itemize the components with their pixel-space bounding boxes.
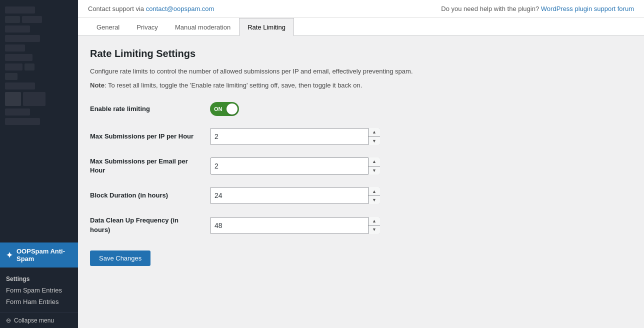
page-note: Note: To reset all limits, toggle the 'E…: [90, 80, 632, 90]
sidebar: ✦ OOPSpam Anti-Spam Settings Form Spam E…: [0, 0, 78, 328]
note-prefix: Note: [90, 82, 104, 89]
max-submissions-ip-input-wrapper: ▲ ▼: [210, 128, 380, 145]
help-info: Do you need help with the plugin? WordPr…: [441, 5, 634, 12]
enable-rate-limiting-row: Enable rate limiting ON: [90, 102, 632, 116]
max-submissions-email-input[interactable]: [210, 158, 380, 174]
max-submissions-ip-spinner: ▲ ▼: [368, 128, 380, 145]
max-submissions-ip-row: Max Submissions per IP per Hour ▲ ▼: [90, 128, 632, 145]
save-button[interactable]: Save Changes: [90, 250, 150, 266]
block-duration-input[interactable]: [210, 187, 380, 204]
data-cleanup-row: Data Clean Up Frequency (in hours) ▲ ▼: [90, 216, 632, 234]
note-text: : To reset all limits, toggle the 'Enabl…: [104, 82, 362, 89]
contact-info: Contact support via contact@oopspam.com: [88, 5, 214, 12]
help-link[interactable]: WordPress plugin support forum: [541, 5, 634, 12]
collapse-icon: ⊖: [6, 317, 11, 324]
max-submissions-email-row: Max Submissions per Email per Hour ▲ ▼: [90, 157, 632, 175]
max-submissions-ip-label: Max Submissions per IP per Hour: [90, 132, 200, 141]
max-submissions-ip-decrement[interactable]: ▼: [368, 137, 380, 146]
block-duration-label: Block Duration (in hours): [90, 191, 200, 200]
block-duration-decrement[interactable]: ▼: [368, 196, 380, 204]
main-content: Contact support via contact@oopspam.com …: [78, 0, 644, 328]
collapse-menu[interactable]: ⊖ Collapse menu: [0, 312, 78, 328]
plugin-header[interactable]: ✦ OOPSpam Anti-Spam: [0, 242, 78, 268]
toggle-knob: [226, 104, 238, 114]
sidebar-item-form-spam-entries[interactable]: Form Spam Entries: [0, 284, 78, 296]
data-cleanup-label: Data Clean Up Frequency (in hours): [90, 216, 200, 234]
data-cleanup-input-wrapper: ▲ ▼: [210, 217, 380, 234]
topbar: Contact support via contact@oopspam.com …: [78, 0, 644, 18]
tab-privacy[interactable]: Privacy: [128, 18, 166, 36]
contact-text: Contact support via: [88, 5, 146, 12]
enable-rate-limiting-toggle[interactable]: ON: [210, 102, 239, 116]
block-duration-input-wrapper: ▲ ▼: [210, 187, 380, 204]
help-text: Do you need help with the plugin?: [441, 5, 539, 12]
max-submissions-ip-input[interactable]: [210, 128, 380, 145]
tab-general[interactable]: General: [88, 18, 128, 36]
star-icon: ✦: [6, 250, 12, 260]
page-title: Rate Limiting Settings: [90, 48, 632, 60]
collapse-label: Collapse menu: [14, 317, 54, 324]
max-submissions-ip-increment[interactable]: ▲: [368, 128, 380, 137]
max-submissions-email-label: Max Submissions per Email per Hour: [90, 157, 200, 175]
data-cleanup-input[interactable]: [210, 217, 380, 234]
tab-rate-limiting[interactable]: Rate Limiting: [239, 18, 294, 36]
content-area: Rate Limiting Settings Configure rate li…: [78, 36, 644, 328]
max-submissions-email-spinner: ▲ ▼: [368, 158, 380, 174]
tabs-bar: General Privacy Manual moderation Rate L…: [78, 18, 644, 36]
block-duration-increment[interactable]: ▲: [368, 187, 380, 196]
contact-email-link[interactable]: contact@oopspam.com: [146, 5, 214, 12]
block-duration-spinner: ▲ ▼: [368, 187, 380, 204]
page-description: Configure rate limits to control the num…: [90, 66, 632, 76]
toggle-on-label: ON: [214, 106, 222, 112]
sidebar-item-form-ham-entries[interactable]: Form Ham Entries: [0, 296, 78, 308]
sidebar-top-blocks: [0, 0, 78, 242]
data-cleanup-decrement[interactable]: ▼: [368, 226, 380, 234]
enable-rate-limiting-label: Enable rate limiting: [90, 104, 200, 114]
tab-manual-moderation[interactable]: Manual moderation: [166, 18, 239, 36]
plugin-name: OOPSpam Anti-Spam: [16, 248, 72, 262]
max-submissions-email-increment[interactable]: ▲: [368, 158, 380, 166]
settings-label: Settings: [0, 272, 78, 284]
data-cleanup-increment[interactable]: ▲: [368, 217, 380, 226]
block-duration-row: Block Duration (in hours) ▲ ▼: [90, 187, 632, 204]
toggle-wrapper: ON: [210, 102, 239, 116]
max-submissions-email-input-wrapper: ▲ ▼: [210, 158, 380, 174]
max-submissions-email-decrement[interactable]: ▼: [368, 166, 380, 175]
sidebar-nav: Settings Form Spam Entries Form Ham Entr…: [0, 268, 78, 312]
data-cleanup-spinner: ▲ ▼: [368, 217, 380, 234]
